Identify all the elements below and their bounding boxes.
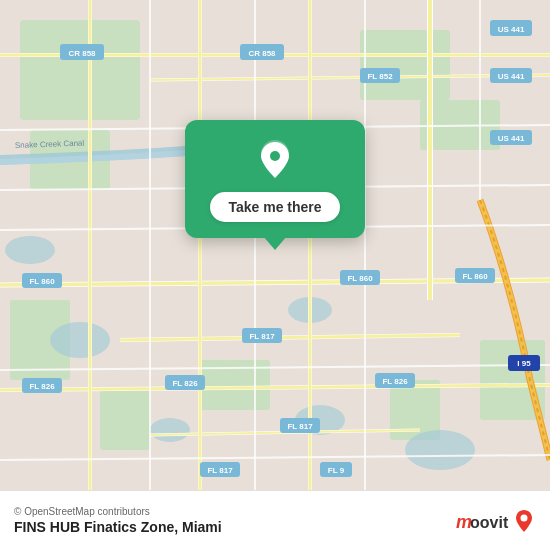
svg-text:oovit: oovit — [470, 514, 509, 531]
location-pin-icon — [253, 138, 297, 182]
moovit-logo-svg: m oovit — [456, 506, 536, 536]
svg-text:FL 817: FL 817 — [287, 422, 313, 431]
place-name-label: FINS HUB Finatics Zone, Miami — [14, 519, 222, 535]
svg-text:US 441: US 441 — [498, 134, 525, 143]
svg-text:CR 858: CR 858 — [68, 49, 96, 58]
svg-text:FL 817: FL 817 — [249, 332, 275, 341]
svg-text:FL 860: FL 860 — [29, 277, 55, 286]
svg-text:FL 860: FL 860 — [462, 272, 488, 281]
svg-text:US 441: US 441 — [498, 25, 525, 34]
svg-point-14 — [5, 236, 55, 264]
moovit-logo: m oovit — [456, 506, 536, 536]
place-info: © OpenStreetMap contributors FINS HUB Fi… — [14, 506, 222, 535]
svg-text:FL 860: FL 860 — [347, 274, 373, 283]
svg-point-10 — [50, 322, 110, 358]
svg-rect-9 — [100, 390, 150, 450]
map-attribution: © OpenStreetMap contributors — [14, 506, 222, 517]
svg-text:FL 9: FL 9 — [328, 466, 345, 475]
svg-rect-1 — [20, 20, 140, 120]
svg-text:FL 852: FL 852 — [367, 72, 393, 81]
location-popup: Take me there — [185, 120, 365, 238]
bottom-bar: © OpenStreetMap contributors FINS HUB Fi… — [0, 490, 550, 550]
svg-text:FL 826: FL 826 — [172, 379, 198, 388]
svg-text:FL 826: FL 826 — [29, 382, 55, 391]
svg-text:FL 817: FL 817 — [207, 466, 233, 475]
svg-point-13 — [405, 430, 475, 470]
svg-point-82 — [521, 514, 528, 521]
svg-text:CR 858: CR 858 — [248, 49, 276, 58]
svg-rect-3 — [360, 30, 450, 100]
svg-point-81 — [270, 151, 280, 161]
svg-text:I 95: I 95 — [517, 359, 531, 368]
svg-text:US 441: US 441 — [498, 72, 525, 81]
map-view: CR 858 CR 858 US 441 FL 852 US 441 US 44… — [0, 0, 550, 490]
svg-text:FL 826: FL 826 — [382, 377, 408, 386]
take-me-there-button[interactable]: Take me there — [210, 192, 339, 222]
svg-point-11 — [150, 418, 190, 442]
